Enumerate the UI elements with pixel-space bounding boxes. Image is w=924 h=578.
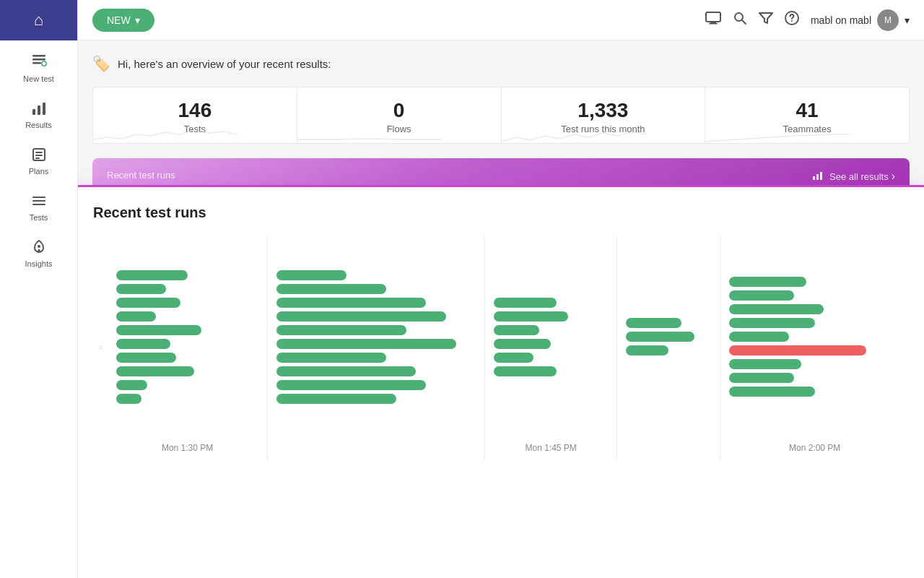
new-button[interactable]: NEW ▾	[92, 9, 154, 32]
svg-rect-14	[32, 200, 45, 202]
tbar	[116, 311, 156, 322]
tbar	[116, 380, 147, 390]
timeline-label-3: Mon 1:45 PM	[485, 441, 616, 454]
tbar	[116, 394, 141, 404]
tbar	[276, 298, 426, 308]
tbar	[494, 339, 551, 349]
tbar	[276, 394, 396, 404]
tbar	[276, 366, 416, 376]
expanded-recent-runs-panel: Recent test runs ○	[78, 185, 924, 578]
tbar	[494, 325, 539, 335]
avatar: M	[877, 9, 899, 31]
see-all-results-link[interactable]: See all results ›	[812, 170, 895, 183]
help-icon[interactable]	[785, 11, 799, 29]
svg-rect-11	[35, 155, 43, 156]
tbar	[276, 380, 426, 390]
home-icon: ⌂	[34, 11, 43, 30]
tbar	[276, 311, 446, 322]
svg-rect-12	[35, 158, 40, 159]
svg-rect-20	[709, 23, 718, 25]
tbar	[116, 298, 180, 308]
welcome-bar: 🏷️ Hi, here's an overview of your recent…	[92, 55, 910, 72]
expanded-panel-title: Recent test runs	[93, 204, 909, 221]
svg-point-24	[791, 20, 793, 22]
timeline-label-1: Mon 1:30 PM	[108, 441, 267, 454]
svg-rect-18	[706, 12, 720, 22]
stat-card-tests[interactable]: 146 Tests	[93, 87, 297, 143]
svg-rect-25	[813, 176, 815, 180]
tbar	[729, 332, 789, 342]
sidebar-item-new-test-label: New test	[23, 74, 54, 83]
stats-row: 146 Tests 0 Flows 1,333 Test runs this m…	[92, 87, 910, 144]
tbar	[276, 339, 456, 349]
search-icon[interactable]	[733, 11, 747, 29]
top-header: NEW ▾	[78, 0, 924, 40]
user-info[interactable]: mabl on mabl M ▾	[811, 9, 910, 31]
sparkline-flows	[297, 121, 442, 143]
sidebar-item-insights-label: Insights	[25, 259, 53, 268]
tbar	[494, 311, 568, 322]
tbar	[626, 318, 681, 328]
user-dropdown-arrow: ▾	[905, 14, 910, 26]
filter-icon[interactable]	[759, 12, 773, 28]
tbar	[729, 277, 806, 287]
svg-rect-2	[32, 62, 41, 64]
content-area: 🏷️ Hi, here's an overview of your recent…	[78, 40, 924, 578]
svg-point-17	[38, 245, 40, 248]
stat-card-flows[interactable]: 0 Flows	[297, 87, 502, 143]
svg-rect-27	[820, 172, 822, 180]
sidebar-item-new-test[interactable]: New test	[0, 40, 77, 92]
stat-card-test-runs[interactable]: 1,333 Test runs this month	[502, 87, 706, 143]
svg-rect-0	[32, 55, 45, 57]
svg-rect-1	[32, 59, 45, 61]
tbar	[116, 284, 166, 294]
stat-card-teammates[interactable]: 41 Teammates	[705, 87, 909, 143]
tbar	[626, 345, 668, 355]
new-test-icon	[31, 52, 47, 72]
sidebar-item-insights[interactable]: Insights	[0, 230, 77, 277]
tbar-red	[729, 345, 866, 355]
plans-icon	[31, 147, 47, 164]
main-content: NEW ▾	[78, 0, 924, 578]
recent-runs-banner-title: Recent test runs	[107, 170, 895, 181]
tbar	[276, 270, 346, 280]
welcome-message: Hi, here's an overview of your recent re…	[118, 58, 331, 70]
tbar	[729, 373, 794, 383]
stat-value-teammates: 41	[720, 99, 894, 122]
tbar	[116, 325, 201, 335]
tbar	[729, 290, 794, 301]
monitor-icon[interactable]	[705, 12, 721, 28]
svg-rect-7	[38, 105, 40, 115]
sparkline-tests	[93, 121, 237, 143]
tbar	[116, 366, 194, 376]
svg-line-22	[742, 20, 746, 24]
tbar	[116, 353, 176, 363]
sidebar-item-tests-label: Tests	[30, 213, 48, 222]
tbar	[276, 284, 386, 294]
tbar	[494, 353, 533, 363]
welcome-icon: 🏷️	[92, 55, 110, 72]
svg-rect-6	[32, 109, 35, 115]
sidebar-item-results-label: Results	[25, 121, 52, 129]
stat-value-tests: 146	[108, 99, 282, 122]
svg-rect-16	[38, 249, 40, 252]
tbar	[626, 332, 694, 342]
sidebar-item-tests[interactable]: Tests	[0, 184, 77, 230]
stat-value-flows: 0	[312, 99, 487, 122]
timeline-label-5: Mon 2:00 PM	[720, 441, 909, 454]
svg-rect-26	[816, 174, 819, 180]
tbar	[729, 359, 801, 369]
timeline-left-label: ○	[97, 344, 105, 352]
sparkline-test-runs	[502, 121, 646, 143]
sidebar-item-plans[interactable]: Plans	[0, 138, 77, 184]
tbar	[116, 270, 188, 280]
results-icon	[31, 100, 47, 118]
sidebar-item-results[interactable]: Results	[0, 92, 77, 138]
tests-icon	[31, 193, 47, 210]
tbar	[276, 325, 406, 335]
svg-rect-10	[35, 152, 43, 153]
tbar	[494, 298, 557, 308]
tbar	[494, 366, 557, 376]
tbar	[116, 339, 170, 349]
svg-rect-15	[32, 204, 45, 205]
